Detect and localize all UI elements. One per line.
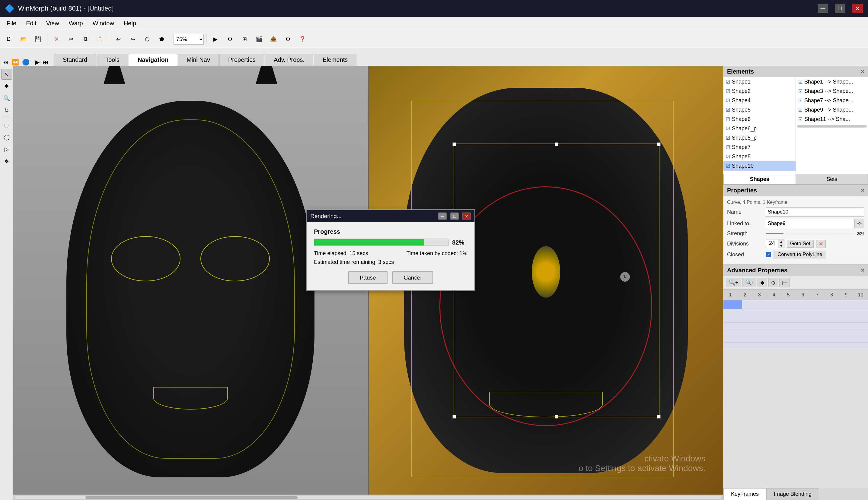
delete-btn[interactable]: ✕ xyxy=(50,33,63,46)
tab-standard[interactable]: Standard xyxy=(54,54,96,66)
element-map4[interactable]: ☑ Shape9 --> Shape... xyxy=(796,105,868,115)
adv-zoom-out[interactable]: 🔍- xyxy=(743,278,756,287)
elements-tab-sets[interactable]: Sets xyxy=(796,174,868,184)
shape2-check[interactable]: ☑ xyxy=(726,88,730,94)
tab-tools[interactable]: Tools xyxy=(97,54,128,66)
tab-navigation[interactable]: Navigation xyxy=(129,54,177,66)
element-shape1[interactable]: ☑ Shape1 xyxy=(723,77,795,87)
select-btn[interactable]: ⬡ xyxy=(141,33,154,46)
divisions-x-btn[interactable]: ✕ xyxy=(816,240,826,248)
menu-window[interactable]: Window xyxy=(88,19,118,28)
goto-set-btn[interactable]: Goto Set xyxy=(787,240,814,248)
properties-close-btn[interactable]: ✕ xyxy=(860,188,864,193)
shape5-check[interactable]: ☑ xyxy=(726,107,730,113)
shape6p-check[interactable]: ☑ xyxy=(726,126,730,132)
transport-play[interactable]: ▶ xyxy=(35,58,40,66)
map3-check[interactable]: ☑ xyxy=(798,98,802,103)
zoom-select[interactable]: 75% xyxy=(174,34,204,45)
element-shape6[interactable]: ☑ Shape6 xyxy=(723,115,795,124)
export-btn[interactable]: 📤 xyxy=(267,33,280,46)
shape10-check[interactable]: ☑ xyxy=(726,163,730,169)
options-btn[interactable]: ⚙ xyxy=(281,33,294,46)
menu-view[interactable]: View xyxy=(42,19,63,28)
copy-btn[interactable]: ⧉ xyxy=(79,33,92,46)
settings-btn[interactable]: ⚙ xyxy=(223,33,237,46)
timeline-row-7[interactable] xyxy=(723,343,868,349)
titlebar-controls[interactable]: ─ □ ✕ xyxy=(817,4,863,13)
map1-check[interactable]: ☑ xyxy=(798,79,802,85)
tab-elements[interactable]: Elements xyxy=(314,54,356,66)
tool-rect[interactable]: ◻ xyxy=(1,120,12,130)
prop-linked-arrow[interactable]: -> xyxy=(854,219,864,228)
new-btn[interactable]: 🗋 xyxy=(2,33,16,46)
element-shape7[interactable]: ☑ Shape7 xyxy=(723,143,795,152)
pause-btn[interactable]: Pause xyxy=(348,271,388,284)
cancel-btn[interactable]: Cancel xyxy=(392,271,433,284)
element-map5[interactable]: ☑ Shape11 --> Sha... xyxy=(796,115,868,124)
transport-marker[interactable]: 🔵 xyxy=(22,58,30,66)
element-map3[interactable]: ☑ Shape7 --> Shape... xyxy=(796,96,868,105)
menu-help[interactable]: Help xyxy=(120,19,140,28)
dialog-maximize[interactable]: □ xyxy=(450,213,459,220)
tool-ellipse[interactable]: ◯ xyxy=(1,132,12,143)
adv-key1[interactable]: ◆ xyxy=(758,278,767,287)
open-btn[interactable]: 📂 xyxy=(17,33,30,46)
canvas-scrollbar[interactable] xyxy=(13,495,723,500)
handle-tl[interactable] xyxy=(453,142,456,146)
divisions-up[interactable]: ▲ xyxy=(778,239,784,244)
layers-btn[interactable]: ⊞ xyxy=(238,33,251,46)
transport-forward[interactable]: ⏭ xyxy=(43,59,48,66)
adv-tab-keyframes[interactable]: KeyFrames xyxy=(723,488,766,500)
tab-adv-props[interactable]: Adv. Props. xyxy=(265,54,313,66)
element-shape4[interactable]: ☑ Shape4 xyxy=(723,96,795,105)
shape7-check[interactable]: ☑ xyxy=(726,145,730,150)
elements-close-btn[interactable]: ✕ xyxy=(860,69,864,75)
map4-check[interactable]: ☑ xyxy=(798,107,802,113)
convert-polyline-btn[interactable]: Convert to PolyLine xyxy=(774,251,826,259)
element-map2[interactable]: ☑ Shape3 --> Shape... xyxy=(796,87,868,96)
shape4-check[interactable]: ☑ xyxy=(726,98,730,103)
tool-arrow[interactable]: ▷ xyxy=(1,144,12,155)
tool-move[interactable]: ✥ xyxy=(1,81,12,92)
dialog-minimize[interactable]: ─ xyxy=(438,213,447,220)
tool-select[interactable]: ↖ xyxy=(1,69,12,80)
timeline-row-2[interactable] xyxy=(723,309,868,316)
transport-prev[interactable]: ⏪ xyxy=(11,58,19,66)
element-shape2[interactable]: ☑ Shape2 xyxy=(723,87,795,96)
cut-btn[interactable]: ✂ xyxy=(64,33,78,46)
tab-mini-nav[interactable]: Mini Nav xyxy=(178,54,219,66)
dialog-close[interactable]: ✕ xyxy=(463,213,471,220)
prop-strength-slider[interactable] xyxy=(766,233,855,234)
adv-tab-blending[interactable]: Image Blending xyxy=(766,488,819,500)
morph-btn[interactable]: ⬟ xyxy=(155,33,168,46)
adv-key3[interactable]: ⊢ xyxy=(779,278,790,287)
map5-check[interactable]: ☑ xyxy=(798,116,802,122)
undo-btn[interactable]: ↩ xyxy=(112,33,125,46)
element-map1[interactable]: ☑ Shape1 --> Shape... xyxy=(796,77,868,87)
shape1-check[interactable]: ☑ xyxy=(726,79,730,85)
handle-tm[interactable] xyxy=(555,142,558,146)
timeline-row-6[interactable] xyxy=(723,336,868,343)
close-btn[interactable]: ✕ xyxy=(852,4,863,13)
shape5p-check[interactable]: ☑ xyxy=(726,135,730,141)
timeline-row-1[interactable] xyxy=(723,300,868,309)
menu-edit[interactable]: Edit xyxy=(22,19,41,28)
tool-transform[interactable]: ❖ xyxy=(1,156,12,167)
tab-properties[interactable]: Properties xyxy=(220,54,264,66)
handle-br[interactable] xyxy=(657,415,661,419)
redo-btn[interactable]: ↪ xyxy=(126,33,140,46)
scrollbar-track[interactable] xyxy=(14,496,722,499)
transport-rewind[interactable]: ⏮ xyxy=(2,59,9,66)
render-btn[interactable]: 🎬 xyxy=(252,33,266,46)
map2-check[interactable]: ☑ xyxy=(798,88,802,94)
shape6-check[interactable]: ☑ xyxy=(726,116,730,122)
element-shape5[interactable]: ☑ Shape5 xyxy=(723,105,795,115)
adv-zoom-in[interactable]: 🔍+ xyxy=(726,278,741,287)
rotate-handle[interactable]: ↻ xyxy=(620,272,630,282)
paste-btn[interactable]: 📋 xyxy=(93,33,107,46)
divisions-down[interactable]: ▼ xyxy=(778,244,784,248)
adv-key2[interactable]: ◇ xyxy=(768,278,778,287)
timeline-row-4[interactable] xyxy=(723,323,868,329)
prop-name-input[interactable] xyxy=(766,207,864,217)
handle-tr[interactable] xyxy=(657,142,661,146)
